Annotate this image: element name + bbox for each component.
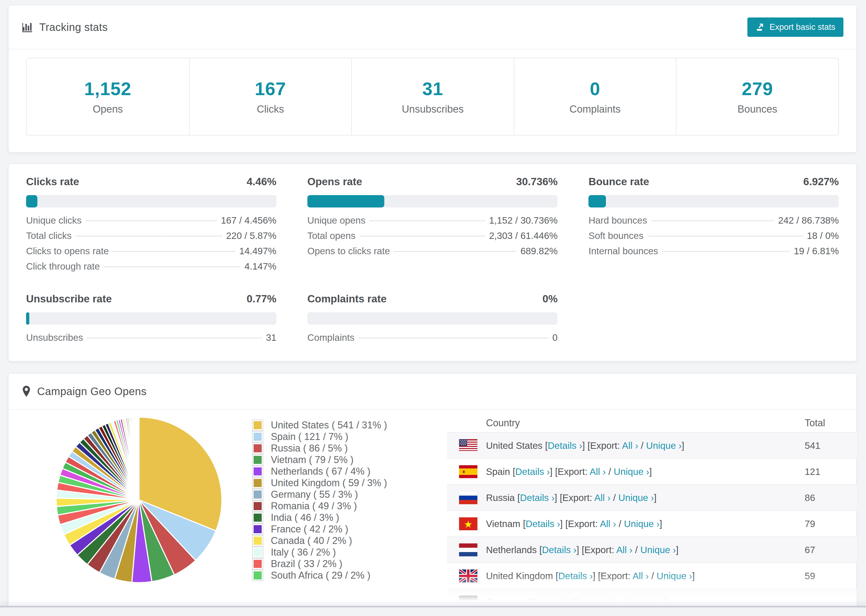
rate-progress-bar	[307, 195, 558, 207]
map-pin-icon	[22, 385, 31, 398]
dotted-leader	[360, 236, 485, 237]
rate-progress-fill	[307, 195, 384, 207]
rate-percent: 30.736%	[516, 176, 557, 188]
legend-label: United Kingdom ( 59 / 3% )	[271, 477, 387, 489]
export-unique-link[interactable]: Unique ›	[628, 597, 664, 607]
summary-value: 31	[422, 78, 443, 99]
legend-item: India ( 46 / 3% )	[252, 512, 387, 523]
export-unique-link[interactable]: Unique ›	[657, 570, 692, 581]
details-link[interactable]: Details ›	[530, 597, 564, 607]
export-all-link[interactable]: All ›	[616, 545, 632, 555]
export-all-link[interactable]: All ›	[594, 492, 611, 503]
country-column-header: Country	[486, 417, 520, 429]
export-unique-link[interactable]: Unique ›	[618, 492, 654, 503]
summary-label: Bounces	[737, 104, 777, 115]
rate-title: Bounce rate	[589, 176, 649, 188]
country-name: Spain	[486, 466, 510, 477]
country-name: Germany	[486, 597, 525, 607]
stat-row: Opens to clicks rate 689.82%	[307, 246, 558, 261]
legend-label: South Africa ( 29 / 2% )	[271, 570, 370, 581]
flag-us-icon	[459, 439, 477, 452]
export-all-link[interactable]: All ›	[633, 570, 649, 581]
dotted-leader	[651, 220, 774, 221]
legend-swatch-icon	[252, 466, 263, 477]
flag-gb-icon	[459, 569, 477, 582]
tracking-stats-card: Tracking stats Export basic stats 1,152 …	[8, 5, 857, 152]
legend-item: Canada ( 40 / 2% )	[252, 535, 387, 546]
table-row-vn: Vietnam [Details ›] [Export: All › / Uni…	[447, 511, 857, 536]
details-link[interactable]: Details ›	[542, 545, 576, 555]
export-unique-link[interactable]: Unique ›	[624, 519, 660, 529]
legend-swatch-icon	[252, 431, 263, 442]
details-link[interactable]: Details ›	[548, 440, 582, 451]
legend-item: United Kingdom ( 59 / 3% )	[252, 477, 387, 489]
geo-opens-title-text: Campaign Geo Opens	[37, 385, 146, 398]
rate-block-opens-rate: Opens rate 30.736% Unique opens 1,152 / …	[307, 176, 558, 276]
details-link[interactable]: Details ›	[526, 519, 560, 529]
stat-row: Complaints 0	[307, 332, 558, 347]
rate-progress-bar	[589, 195, 839, 207]
rate-block-bounce-rate: Bounce rate 6.927% Hard bounces 242 / 86…	[589, 176, 839, 276]
legend-swatch-icon	[252, 547, 263, 558]
geo-table: Country Total United States [Details ›] …	[447, 414, 857, 614]
legend-item: Brazil ( 33 / 2% )	[252, 558, 387, 569]
page-footer-strip	[0, 607, 866, 616]
rate-progress-fill	[26, 195, 38, 207]
geo-table-body: United States [Details ›] [Export: All ›…	[447, 432, 857, 614]
export-unique-link[interactable]: Unique ›	[614, 466, 649, 477]
legend-label: France ( 42 / 2% )	[271, 523, 348, 535]
legend-swatch-icon	[252, 523, 263, 535]
rate-progress-fill	[26, 312, 29, 325]
country-total: 67	[805, 545, 815, 555]
summary-value: 167	[255, 78, 286, 99]
geo-pie-chart	[53, 414, 225, 586]
legend-label: India ( 46 / 3% )	[271, 512, 339, 523]
summary-bounces: 279 Bounces	[676, 58, 838, 135]
export-all-link[interactable]: All ›	[622, 440, 638, 451]
legend-swatch-icon	[252, 489, 263, 500]
stat-row: Click through rate 4.147%	[26, 261, 277, 276]
dotted-leader	[663, 251, 790, 252]
rate-progress-bar	[307, 312, 558, 325]
legend-item: United States ( 541 / 31% )	[252, 419, 387, 431]
details-link[interactable]: Details ›	[520, 492, 554, 503]
dotted-leader	[86, 220, 216, 221]
page-title-text: Tracking stats	[39, 21, 107, 33]
country-cell: Russia [Details ›] [Export: All › / Uniq…	[486, 492, 657, 503]
legend-label: Romania ( 49 / 3% )	[271, 500, 357, 512]
legend-swatch-icon	[252, 535, 263, 546]
rate-block-clicks-rate: Clicks rate 4.46% Unique clicks 167 / 4.…	[26, 176, 277, 276]
details-link[interactable]: Details ›	[558, 570, 593, 581]
export-button-label: Export basic stats	[770, 22, 835, 32]
export-all-link[interactable]: All ›	[604, 597, 620, 607]
rate-percent: 0%	[542, 293, 557, 305]
export-unique-link[interactable]: Unique ›	[646, 440, 682, 451]
export-unique-link[interactable]: Unique ›	[640, 545, 676, 555]
summary-label: Complaints	[570, 104, 621, 115]
legend-label: Spain ( 121 / 7% )	[271, 431, 348, 442]
legend-swatch-icon	[252, 570, 263, 581]
country-cell: Vietnam [Details ›] [Export: All › / Uni…	[486, 519, 662, 529]
pie-legend: United States ( 541 / 31% ) Spain ( 121 …	[252, 419, 387, 581]
export-basic-stats-button[interactable]: Export basic stats	[747, 17, 843, 37]
summary-label: Opens	[93, 104, 123, 115]
legend-item: Spain ( 121 / 7% )	[252, 431, 387, 442]
legend-item: Russia ( 86 / 5% )	[252, 442, 387, 454]
export-all-link[interactable]: All ›	[600, 519, 616, 529]
legend-swatch-icon	[252, 477, 263, 489]
summary-value: 0	[590, 78, 600, 99]
geo-table-header: Country Total	[447, 414, 857, 432]
summary-unsubscribes: 31 Unsubscribes	[351, 58, 514, 135]
bar-chart-icon	[22, 21, 33, 33]
rate-progress-bar	[26, 312, 277, 325]
stat-row: Unsubscribes 31	[26, 332, 277, 347]
rate-title: Complaints rate	[307, 293, 387, 305]
export-icon	[756, 22, 765, 32]
country-total: 79	[805, 519, 815, 529]
details-link[interactable]: Details ›	[515, 466, 550, 477]
flag-es-icon	[459, 465, 477, 478]
stat-row: Total opens 2,303 / 61.446%	[307, 230, 558, 246]
legend-item: Italy ( 36 / 2% )	[252, 546, 387, 558]
export-all-link[interactable]: All ›	[589, 466, 606, 477]
rate-title: Opens rate	[307, 176, 362, 188]
